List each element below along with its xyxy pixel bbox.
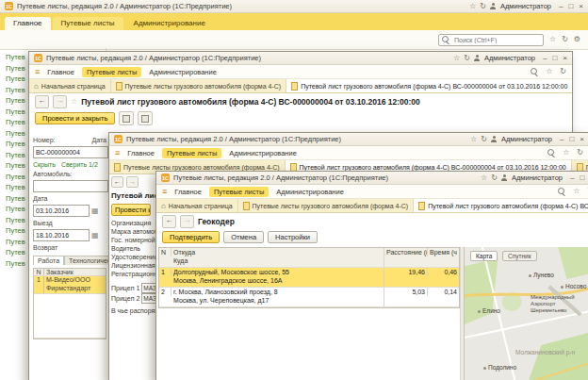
current-user[interactable]: Администратор — [484, 54, 535, 62]
main-menu-icon[interactable]: ≡ — [115, 149, 120, 157]
tab-waybill-doc2[interactable]: Путевой лист грузового автомобиля (форма… — [414, 199, 588, 212]
form-left-column: Номер: Дата Скрыть Сверить 1/2 Автомобил… — [33, 137, 108, 339]
tab-waybill-list[interactable]: Путевые листы грузового автомобиля (форм… — [238, 199, 415, 212]
close-button[interactable]: × — [580, 135, 584, 143]
search-icon[interactable] — [558, 188, 565, 195]
favorites-star-icon[interactable]: ☆ — [453, 55, 460, 62]
menu-putevye-listy[interactable]: Путевые листы — [162, 148, 221, 158]
history-icon[interactable]: ↻ — [481, 136, 487, 143]
section-tab-glavnoe[interactable]: Главное — [5, 17, 51, 30]
calendar-icon[interactable]: ▦ — [91, 207, 99, 215]
titlebar[interactable]: 1C Путевые листы, редакция 2.0 / Админис… — [29, 52, 572, 65]
minimize-button[interactable]: – — [559, 2, 563, 10]
search-icon[interactable] — [547, 149, 555, 157]
tab-home[interactable]: ⌂ Начальная страница — [29, 79, 111, 92]
favorites-star-icon[interactable]: ☆ — [470, 136, 477, 143]
tab-home[interactable]: ⌂ Начальная страница — [156, 199, 238, 212]
menu-administrirovanie[interactable]: Администрирование — [229, 149, 297, 157]
section-tab-administrirovanie[interactable]: Администрирование — [125, 17, 214, 30]
route-row[interactable]: 1 Долгопрудный, Московское шоссе, 55 Мос… — [159, 268, 459, 288]
satellite-layer-button[interactable]: Спутник — [502, 251, 537, 261]
vehicle-input[interactable] — [33, 180, 108, 192]
date-label: Дата — [91, 137, 106, 143]
minimize-button[interactable]: – — [560, 135, 564, 143]
section-tab-putevye-listy[interactable]: Путевые листы — [53, 17, 123, 30]
main-menu-icon[interactable]: ≡ — [35, 68, 40, 76]
history-icon[interactable]: ↻ — [577, 149, 583, 157]
calendar-icon[interactable]: ▦ — [91, 232, 99, 240]
window-title: Путевые листы, редакция 2.0 / Администра… — [126, 135, 341, 143]
maximize-button[interactable]: □ — [552, 54, 557, 62]
history-icon[interactable]: ↻ — [562, 36, 568, 43]
map-layer-button[interactable]: Карта — [470, 251, 498, 261]
window-geocoder: 1C Путевые листы, редакция 2.0 / Админис… — [155, 171, 588, 380]
titlebar[interactable]: 1C Путевые листы, редакция 2.0 / Админис… — [109, 133, 588, 146]
maximize-button[interactable]: □ — [569, 135, 574, 143]
favorites-star-icon[interactable]: ☆ — [481, 174, 487, 182]
favorites-star-icon[interactable]: ☆ — [563, 149, 569, 157]
depart-date-input[interactable] — [33, 205, 90, 217]
map-panel[interactable]: Карта Спутник Лунево Носово Елино Междун… — [464, 247, 588, 380]
maximize-button[interactable]: □ — [580, 173, 584, 182]
current-user[interactable]: Администратор — [500, 2, 551, 10]
return-date-input[interactable] — [33, 229, 90, 241]
post-icon-button[interactable] — [138, 111, 153, 125]
confirm-button[interactable]: Подтвердить — [162, 231, 220, 243]
current-user[interactable]: Администратор — [501, 135, 552, 143]
tab-tekhnologicheskie[interactable]: Технологические — [64, 256, 108, 265]
post-and-close-button[interactable]: Провести и закрыть — [35, 112, 115, 124]
form-title: Путевой лист грузового автомобиля (форма… — [81, 97, 420, 107]
save-icon-button[interactable] — [119, 111, 134, 125]
number-input[interactable] — [33, 146, 108, 158]
history-icon[interactable]: ↻ — [480, 3, 486, 10]
maximize-button[interactable]: □ — [568, 2, 573, 10]
menu-administrirovanie[interactable]: Администрирование — [149, 68, 217, 76]
hide-link[interactable]: Скрыть — [33, 161, 56, 168]
search-icon[interactable] — [531, 68, 538, 75]
titlebar[interactable]: 1C Путевые листы, редакция 2.0 / Админис… — [156, 172, 588, 185]
settings-button[interactable]: Настройки — [268, 231, 318, 243]
trailer-value-input[interactable]: МАЗ — [141, 283, 155, 293]
back-button[interactable]: ← — [111, 176, 123, 188]
trailer-value-input[interactable]: МАЗ — [141, 293, 155, 304]
forward-button[interactable]: → — [180, 215, 194, 228]
menu-glavnoe[interactable]: Главное — [127, 149, 155, 157]
minimize-button[interactable]: – — [543, 54, 547, 62]
search-input[interactable] — [452, 36, 540, 44]
history-icon[interactable]: ↻ — [464, 55, 470, 62]
current-user[interactable]: Администратор — [512, 173, 563, 182]
tab-waybill-list[interactable]: Путевые листы грузового автомобиля (форм… — [111, 79, 287, 92]
forward-button[interactable]: → — [126, 176, 139, 188]
customer-line1: М-Видео/ООО — [46, 276, 104, 285]
settings-gear-icon[interactable]: ⚙ — [574, 36, 580, 43]
favorites-star-icon[interactable]: ☆ — [71, 98, 77, 106]
history-icon[interactable]: ↻ — [560, 68, 566, 75]
cancel-button[interactable]: Отмена — [223, 231, 264, 243]
menu-glavnoe[interactable]: Главное — [174, 188, 202, 196]
row-distance: 19,46 — [384, 268, 428, 276]
route-row[interactable]: 2 г. Москва, Лианозовский проезд, 8 Моск… — [159, 288, 459, 307]
favorites-star-icon[interactable]: ☆ — [546, 68, 552, 75]
tab-rabota[interactable]: Работа — [33, 256, 64, 265]
history-icon[interactable]: ↻ — [491, 174, 498, 182]
back-button[interactable]: ← — [162, 215, 176, 228]
close-button[interactable]: × — [579, 2, 583, 10]
menu-administrirovanie[interactable]: Администрирование — [276, 188, 344, 196]
menu-putevye-listy[interactable]: Путевые листы — [82, 67, 141, 77]
favorites-star-icon[interactable]: ☆ — [573, 188, 580, 195]
close-button[interactable]: × — [563, 54, 567, 62]
menu-putevye-listy[interactable]: Путевые листы — [209, 187, 269, 197]
main-menu-icon[interactable]: ≡ — [162, 188, 167, 196]
titlebar-main[interactable]: 1C Путевые листы, редакция 2.0 / Админис… — [0, 0, 588, 13]
back-button[interactable]: ← — [35, 95, 49, 108]
favorites-star-icon[interactable]: ☆ — [549, 36, 556, 43]
global-search[interactable] — [438, 34, 544, 46]
favorites-star-icon[interactable]: ☆ — [469, 3, 476, 10]
customer-row[interactable]: 1 М-Видео/ООО Фирмстандарт — [34, 276, 106, 294]
forward-button[interactable]: → — [53, 95, 67, 108]
menu-glavnoe[interactable]: Главное — [47, 68, 74, 76]
check-link[interactable]: Сверить 1/2 — [61, 161, 98, 168]
post-and-close-button[interactable]: Провести и закрыть — [111, 204, 151, 216]
tab-waybill-doc4[interactable]: Путевой лист грузового автомобиля (форма… — [286, 79, 572, 92]
minimize-button[interactable]: – — [570, 173, 574, 182]
